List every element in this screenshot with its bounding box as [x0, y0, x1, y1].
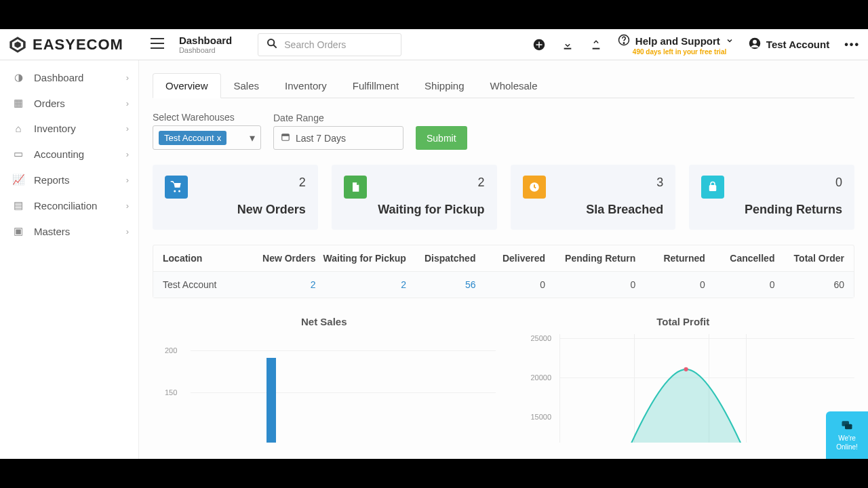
chevron-right-icon: ›: [126, 149, 129, 159]
brand-text: EASYECOM: [33, 36, 123, 54]
cell-cancelled: 0: [705, 279, 775, 290]
table-header: Location New Orders Waiting for Pickup D…: [153, 245, 854, 272]
cell-waiting[interactable]: 2: [316, 279, 406, 290]
search-input[interactable]: [284, 39, 393, 50]
svg-rect-11: [564, 47, 572, 49]
cell-returned: 0: [635, 279, 705, 290]
total-profit-chart: Total Profit 25000 20000 15000: [512, 316, 855, 443]
account-menu[interactable]: Test Account: [749, 37, 829, 52]
svg-point-23: [684, 367, 688, 371]
sidebar-item-inventory[interactable]: ⌂ Inventory ›: [0, 116, 138, 141]
tab-overview[interactable]: Overview: [153, 73, 221, 98]
tab-wholesale[interactable]: Wholesale: [477, 73, 551, 98]
search-icon: [267, 38, 277, 52]
table-row: Test Account 2 2 56 0 0 0 0 60: [153, 272, 854, 298]
card-waiting-pickup[interactable]: 2 Waiting for Pickup: [332, 165, 497, 230]
logo-icon: [8, 35, 27, 54]
sidebar-item-accounting[interactable]: ▭ Accounting ›: [0, 141, 138, 167]
profit-curve: [559, 334, 854, 443]
chevron-right-icon: ›: [126, 123, 129, 134]
cell-location: Test Account: [163, 279, 246, 290]
svg-point-16: [753, 40, 757, 44]
sidebar-item-masters[interactable]: ▣ Masters ›: [0, 218, 138, 244]
card-label: Pending Returns: [701, 203, 842, 217]
chevron-right-icon: ›: [126, 98, 129, 108]
svg-rect-5: [151, 47, 164, 49]
gauge-icon: ◑: [12, 71, 24, 83]
cell-dispatched[interactable]: 56: [406, 279, 476, 290]
sidebar: ◑ Dashboard › ▦ Orders › ⌂ Inventory › ▭…: [0, 60, 139, 459]
cell-total: 60: [774, 279, 844, 290]
chevron-right-icon: ›: [126, 226, 129, 237]
date-range-input[interactable]: Last 7 Days: [273, 126, 403, 150]
orders-table: Location New Orders Waiting for Pickup D…: [153, 245, 854, 298]
filter-row: Select Warehouses Test Account x ▾ Date …: [153, 112, 854, 150]
tab-bar: Overview Sales Inventory Fulfillment Shi…: [153, 73, 854, 98]
sidebar-item-dashboard[interactable]: ◑ Dashboard ›: [0, 64, 138, 90]
page-title: Dashboard: [179, 35, 232, 46]
online-chat-badge[interactable]: We're Online!: [826, 411, 868, 459]
chevron-right-icon: ›: [126, 73, 129, 83]
tab-sales[interactable]: Sales: [221, 73, 273, 98]
clock-icon: [523, 176, 546, 199]
tab-shipping[interactable]: Shipping: [412, 73, 477, 98]
svg-point-6: [268, 39, 274, 45]
date-range-label: Date Range: [273, 113, 403, 123]
sidebar-item-orders[interactable]: ▦ Orders ›: [0, 90, 138, 116]
card-label: New Orders: [165, 203, 306, 217]
trial-text: 490 days left in your free trial: [633, 48, 726, 56]
sidebar-item-reconciliation[interactable]: ▤ Reconciliation ›: [0, 192, 138, 218]
chevron-down-icon: [726, 35, 734, 47]
card-pending-returns[interactable]: 0 Pending Returns: [689, 165, 854, 230]
layers-icon: ▣: [12, 225, 24, 237]
upload-icon[interactable]: [589, 38, 603, 52]
menu-toggle[interactable]: [151, 38, 164, 52]
page-title-block: Dashboard Dashboard: [179, 35, 232, 54]
sidebar-item-reports[interactable]: 📈 Reports ›: [0, 167, 138, 192]
close-icon[interactable]: x: [217, 133, 222, 143]
bar-d2: [267, 358, 276, 443]
help-label: Help and Support: [635, 35, 720, 47]
net-sales-area: 200 150: [153, 334, 496, 443]
help-icon: [618, 34, 630, 48]
card-new-orders[interactable]: 2 New Orders: [153, 165, 318, 230]
total-profit-area: 25000 20000 15000: [512, 334, 855, 443]
cell-new-orders[interactable]: 2: [246, 279, 316, 290]
folder-icon: ▤: [12, 199, 24, 211]
submit-button[interactable]: Submit: [416, 126, 467, 150]
add-icon[interactable]: [532, 38, 546, 52]
warehouse-chip[interactable]: Test Account x: [159, 131, 226, 145]
warehouse-select[interactable]: Test Account x ▾: [153, 125, 261, 150]
app-header: EASYECOM Dashboard Dashboard: [0, 29, 868, 60]
cell-delivered: 0: [475, 279, 545, 290]
more-menu[interactable]: •••: [844, 39, 860, 51]
tab-fulfillment[interactable]: Fulfillment: [340, 73, 412, 98]
help-support[interactable]: Help and Support 490 days left in your f…: [618, 34, 734, 56]
card-sla-breached[interactable]: 3 Sla Breached: [511, 165, 676, 230]
home-icon: ⌂: [12, 123, 24, 134]
card-value: 2: [477, 176, 484, 190]
card-label: Sla Breached: [523, 203, 664, 217]
grid-icon: ▦: [12, 97, 24, 109]
download-icon[interactable]: [561, 38, 574, 52]
svg-point-20: [178, 190, 180, 192]
svg-rect-10: [536, 44, 542, 45]
svg-rect-3: [151, 38, 164, 39]
header-actions: Help and Support 490 days left in your f…: [532, 34, 860, 56]
svg-rect-25: [845, 424, 852, 430]
calendar-icon: [281, 132, 290, 144]
tab-inventory[interactable]: Inventory: [272, 73, 340, 98]
chevron-right-icon: ›: [126, 201, 129, 211]
search-input-wrapper[interactable]: [258, 33, 401, 56]
svg-point-19: [174, 190, 176, 192]
file-icon: [344, 176, 367, 199]
card-value: 2: [299, 176, 306, 190]
card-value: 0: [835, 176, 842, 190]
svg-rect-18: [282, 134, 290, 136]
book-icon: ▭: [12, 148, 24, 160]
main-content: Overview Sales Inventory Fulfillment Shi…: [139, 60, 868, 459]
card-label: Waiting for Pickup: [344, 203, 485, 217]
svg-rect-4: [151, 43, 164, 44]
account-label: Test Account: [766, 39, 829, 50]
user-icon: [749, 37, 761, 52]
